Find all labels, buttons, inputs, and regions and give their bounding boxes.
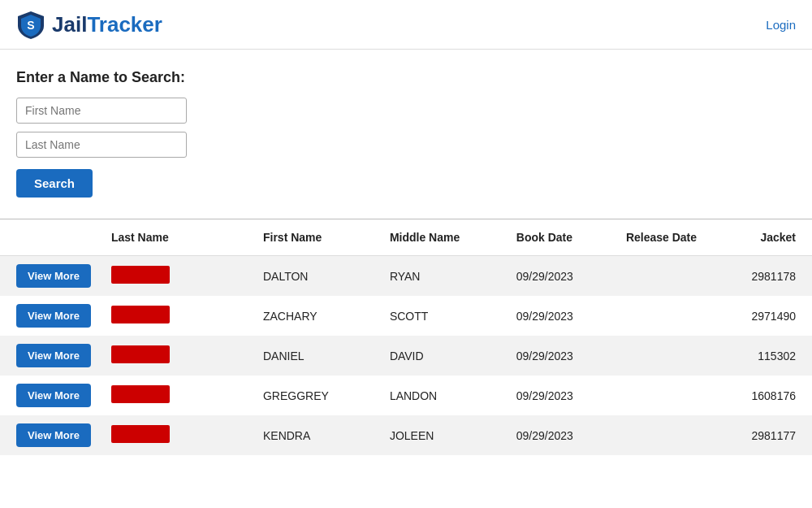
jacket-cell: 115302 <box>728 336 812 376</box>
release-date-cell <box>618 376 728 415</box>
release-date-cell <box>618 256 728 297</box>
redacted-last-name <box>111 266 170 284</box>
redacted-last-name <box>111 385 170 403</box>
last-name-input[interactable] <box>16 132 187 158</box>
shield-icon: S <box>16 10 45 39</box>
book-date-cell: 09/29/2023 <box>508 415 618 455</box>
release-date-cell <box>618 296 728 336</box>
book-date-cell: 09/29/2023 <box>508 336 618 376</box>
first-name-input[interactable] <box>16 98 187 124</box>
logo-text: JailTracker <box>52 12 162 37</box>
col-header-last-name: Last Name <box>103 219 255 256</box>
last-name-cell <box>103 376 255 415</box>
view-more-button[interactable]: View More <box>16 264 91 288</box>
view-more-button[interactable]: View More <box>16 423 91 447</box>
search-section: Enter a Name to Search: Search <box>0 50 812 211</box>
col-header-action <box>0 219 103 256</box>
redacted-last-name <box>111 306 170 323</box>
search-label: Enter a Name to Search: <box>16 69 796 86</box>
header: S JailTracker Login <box>0 0 812 50</box>
view-more-button[interactable]: View More <box>16 344 91 367</box>
last-name-cell <box>103 296 255 336</box>
login-link[interactable]: Login <box>766 18 796 32</box>
last-name-cell <box>103 256 255 297</box>
jacket-cell: 2981178 <box>728 256 812 297</box>
jacket-cell: 1608176 <box>728 376 812 415</box>
book-date-cell: 09/29/2023 <box>508 296 618 336</box>
view-more-button[interactable]: View More <box>16 304 91 328</box>
first-name-cell: GREGGREY <box>255 376 382 415</box>
first-name-cell: DALTON <box>255 256 382 297</box>
search-inputs <box>16 98 796 158</box>
release-date-cell <box>618 336 728 376</box>
results-table: Last Name First Name Middle Name Book Da… <box>0 219 812 455</box>
last-name-cell <box>103 415 255 455</box>
table-row: View MoreDANIELDAVID09/29/2023115302 <box>0 336 812 376</box>
svg-text:S: S <box>27 19 34 32</box>
table-row: View MoreKENDRAJOLEEN09/29/20232981177 <box>0 415 812 455</box>
logo-tracker: Tracker <box>87 12 162 37</box>
middle-name-cell: LANDON <box>382 376 508 415</box>
first-name-cell: DANIEL <box>255 336 382 376</box>
jacket-cell: 2971490 <box>728 296 812 336</box>
middle-name-cell: SCOTT <box>382 296 508 336</box>
search-button[interactable]: Search <box>16 169 93 198</box>
table-row: View MoreGREGGREYLANDON09/29/20231608176 <box>0 376 812 415</box>
release-date-cell <box>618 415 728 455</box>
middle-name-cell: DAVID <box>382 336 508 376</box>
logo-jail: Jail <box>52 12 87 37</box>
col-header-book-date: Book Date <box>508 219 618 256</box>
col-header-middle-name: Middle Name <box>382 219 508 256</box>
jacket-cell: 2981177 <box>728 415 812 455</box>
logo: S JailTracker <box>16 10 162 39</box>
col-header-jacket: Jacket <box>728 219 812 256</box>
table-header: Last Name First Name Middle Name Book Da… <box>0 219 812 256</box>
redacted-last-name <box>111 345 170 363</box>
table-row: View MoreZACHARYSCOTT09/29/20232971490 <box>0 296 812 336</box>
last-name-cell <box>103 336 255 376</box>
middle-name-cell: JOLEEN <box>382 415 508 455</box>
view-more-button[interactable]: View More <box>16 384 91 407</box>
book-date-cell: 09/29/2023 <box>508 376 618 415</box>
first-name-cell: KENDRA <box>255 415 382 455</box>
first-name-cell: ZACHARY <box>255 296 382 336</box>
col-header-release-date: Release Date <box>618 219 728 256</box>
table-body: View MoreDALTONRYAN09/29/20232981178View… <box>0 256 812 456</box>
middle-name-cell: RYAN <box>382 256 508 297</box>
book-date-cell: 09/29/2023 <box>508 256 618 297</box>
col-header-first-name: First Name <box>255 219 382 256</box>
table-row: View MoreDALTONRYAN09/29/20232981178 <box>0 256 812 297</box>
redacted-last-name <box>111 425 170 443</box>
